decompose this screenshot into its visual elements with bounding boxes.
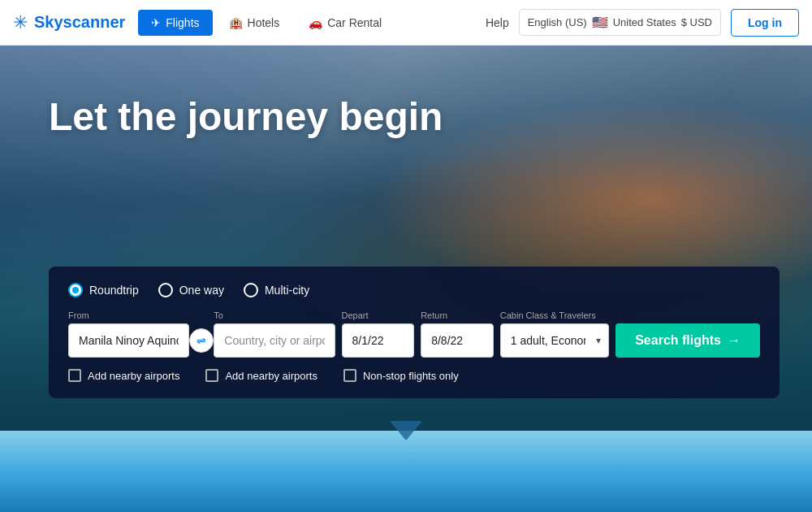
login-button[interactable]: Log in [731, 9, 799, 37]
swap-button[interactable]: ⇌ [189, 328, 214, 353]
car-icon: 🚗 [309, 16, 322, 29]
to-field-group: To [214, 310, 335, 358]
return-field-group: Return [421, 310, 494, 358]
multi-city-label: Multi-city [265, 284, 309, 297]
one-way-label: One way [179, 284, 224, 297]
depart-label: Depart [342, 310, 415, 320]
nonstop-flights[interactable]: Non-stop flights only [343, 369, 459, 382]
trip-type-row: Roundtrip One way Multi-city [68, 283, 760, 297]
swap-icon: ⇌ [197, 334, 206, 347]
roundtrip-label: Roundtrip [89, 284, 139, 297]
cabin-label: Cabin Class & Travelers [500, 310, 609, 320]
bottom-teaser [0, 431, 812, 512]
logo-link[interactable]: ✳ Skyscanner [13, 12, 125, 33]
logo-text: Skyscanner [34, 13, 125, 32]
nav-tabs: ✈ Flights 🏨 Hotels 🚗 Car Rental [138, 10, 395, 36]
add-nearby-airports-from[interactable]: Add nearby airports [68, 369, 179, 382]
add-nearby-airports-to[interactable]: Add nearby airports [205, 369, 317, 382]
to-label: To [214, 310, 335, 320]
return-label: Return [421, 310, 494, 320]
tab-flights-label: Flights [166, 16, 199, 29]
radio-multi-city-circle [244, 283, 258, 297]
tab-car-rental[interactable]: 🚗 Car Rental [296, 10, 395, 36]
nearby-airports-from-label: Add nearby airports [88, 370, 179, 382]
cabin-field-group: Cabin Class & Travelers 1 adult, Economy… [500, 310, 609, 358]
nonstop-label: Non-stop flights only [363, 370, 459, 382]
radio-one-way[interactable]: One way [158, 283, 224, 297]
locale-currency: $ USD [681, 16, 712, 28]
checkboxes-row: Add nearby airports Add nearby airports … [68, 369, 760, 382]
from-input[interactable] [68, 323, 189, 358]
header-right: Help English (US) 🇺🇸 United States $ USD… [486, 9, 799, 37]
arrow-icon: → [728, 333, 741, 348]
locale-button[interactable]: English (US) 🇺🇸 United States $ USD [519, 9, 721, 36]
search-flights-button[interactable]: Search flights → [615, 323, 760, 358]
locale-language: English (US) [528, 16, 587, 28]
nonstop-checkbox[interactable] [343, 369, 356, 382]
search-box: Roundtrip One way Multi-city From ⇌ [49, 267, 780, 398]
tab-hotels-label: Hotels [248, 16, 280, 29]
fields-row: From ⇌ To Depart Return [68, 310, 760, 358]
radio-roundtrip[interactable]: Roundtrip [68, 283, 139, 297]
teaser-image [0, 431, 812, 512]
depart-input[interactable] [342, 323, 415, 358]
hotels-icon: 🏨 [229, 16, 243, 29]
hero-section: Let the journey begin Roundtrip One way … [0, 46, 812, 431]
header-left: ✳ Skyscanner ✈ Flights 🏨 Hotels 🚗 Car Re… [13, 10, 395, 36]
cabin-select[interactable]: 1 adult, Economy 1 adult, Business 2 adu… [500, 323, 609, 358]
to-input[interactable] [214, 323, 335, 358]
search-flights-label: Search flights [635, 333, 721, 348]
radio-multi-city[interactable]: Multi-city [244, 283, 309, 297]
flag-icon: 🇺🇸 [592, 15, 608, 30]
from-field-group: From [68, 310, 189, 358]
radio-one-way-circle [158, 283, 173, 297]
nearby-airports-to-label: Add nearby airports [225, 370, 317, 382]
flights-icon: ✈ [151, 16, 161, 29]
tab-hotels[interactable]: 🏨 Hotels [216, 10, 293, 36]
from-label: From [68, 310, 189, 320]
tab-car-rental-label: Car Rental [327, 16, 382, 29]
logo-icon: ✳ [13, 12, 28, 33]
depart-field-group: Depart [342, 310, 415, 358]
tab-flights[interactable]: ✈ Flights [138, 10, 212, 36]
nearby-airports-to-checkbox[interactable] [205, 369, 218, 382]
header: ✳ Skyscanner ✈ Flights 🏨 Hotels 🚗 Car Re… [0, 0, 812, 46]
nearby-airports-from-checkbox[interactable] [68, 369, 81, 382]
return-input[interactable] [421, 323, 494, 358]
from-to-wrapper: From ⇌ To [68, 310, 335, 358]
locale-country: United States [613, 16, 676, 28]
radio-roundtrip-circle [68, 283, 83, 297]
hero-title: Let the journey begin [49, 94, 443, 139]
help-link[interactable]: Help [486, 16, 509, 29]
cabin-select-wrapper: 1 adult, Economy 1 adult, Business 2 adu… [500, 323, 609, 358]
